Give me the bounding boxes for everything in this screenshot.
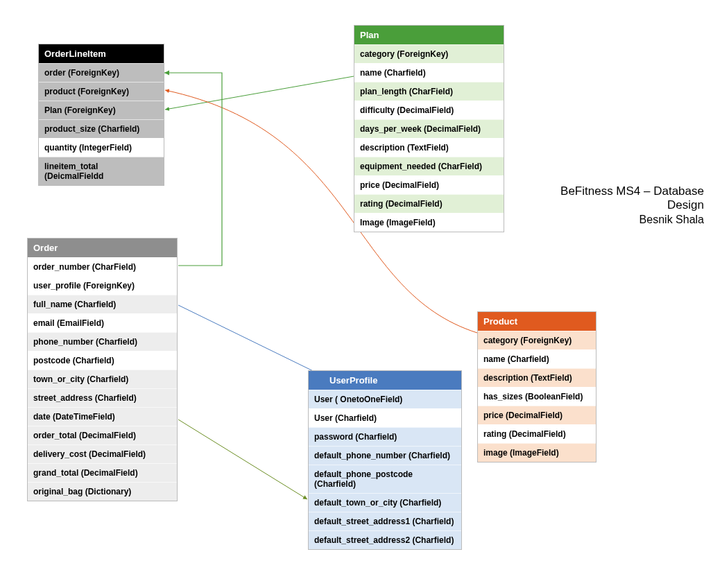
field-row: category (ForeignKey)	[478, 331, 596, 349]
line-order-to-userprofile	[178, 305, 333, 381]
field-row: price (DecimalField)	[478, 406, 596, 424]
field-row: name (Charfield)	[354, 63, 504, 82]
field-row: street_address (Charfield)	[28, 388, 177, 407]
entity-header: UserProfile	[309, 371, 461, 390]
field-row: postcode (Charfield)	[28, 351, 177, 370]
field-row: order_total (DecimalField)	[28, 426, 177, 444]
field-row: rating (DecimalField)	[478, 424, 596, 443]
field-row: phone_number (Charfield)	[28, 332, 177, 351]
field-row: price (DecimalField)	[354, 175, 504, 194]
field-row: plan_length (CharField)	[354, 82, 504, 101]
field-row: User (Charfield)	[309, 408, 461, 427]
field-row: order (ForeignKey)	[39, 63, 164, 82]
field-row: name (Charfield)	[478, 349, 596, 368]
title-line1: BeFitness MS4 – Database Design	[524, 184, 704, 212]
field-row: rating (DecimalField)	[354, 194, 504, 213]
field-row: lineitem_total (DeicmalFieldd	[39, 157, 164, 185]
field-row: town_or_city (Charfield)	[28, 370, 177, 388]
field-row: user_profile (ForeignKey)	[28, 276, 177, 295]
field-row: default_phone_postcode (Charfield)	[309, 465, 461, 493]
field-row: grand_total (DecimalField)	[28, 463, 177, 482]
entity-order: Order order_number (CharField)user_profi…	[27, 238, 178, 501]
field-row: equipment_needed (CharField)	[354, 157, 504, 175]
field-row: email (EmailField)	[28, 313, 177, 332]
line-plan-to-oli	[165, 76, 354, 110]
field-row: default_street_address2 (Charfield)	[309, 530, 461, 549]
entity-header: Plan	[354, 26, 504, 44]
entity-plan: Plan category (ForeignKey)name (Charfiel…	[354, 25, 504, 232]
field-row: default_phone_number (Charfield)	[309, 446, 461, 465]
field-row: delivery_cost (DecimalField)	[28, 444, 177, 463]
title-line2: Besnik Shala	[524, 214, 704, 226]
field-row: category (ForeignKey)	[354, 44, 504, 63]
field-row: full_name (Charfield)	[28, 295, 177, 313]
entity-product: Product category (ForeignKey)name (Charf…	[477, 311, 596, 462]
entity-header: OrderLineItem	[39, 44, 164, 63]
entity-header: Product	[478, 312, 596, 331]
field-row: User ( OnetoOneField)	[309, 390, 461, 408]
field-row: default_town_or_city (Charfield)	[309, 493, 461, 512]
field-row: description (TextField)	[354, 138, 504, 157]
field-row: default_street_address1 (Charfield)	[309, 512, 461, 530]
field-row: quantity (IntegerField)	[39, 138, 164, 157]
field-row: product (ForeignKey)	[39, 82, 164, 101]
field-row: Plan (ForeignKey)	[39, 101, 164, 119]
line-order-date-to-userprofile	[178, 420, 307, 499]
field-row: Image (ImageField)	[354, 213, 504, 232]
field-row: date (DateTimeField)	[28, 407, 177, 426]
field-row: has_sizes (BooleanField)	[478, 387, 596, 406]
field-row: password (Charfield)	[309, 427, 461, 446]
field-row: original_bag (Dictionary)	[28, 482, 177, 501]
field-row: days_per_week (DecimalField)	[354, 119, 504, 138]
field-row: image (ImageField)	[478, 443, 596, 462]
entity-userprofile: UserProfile User ( OnetoOneField)User (C…	[308, 370, 462, 550]
diagram-title: BeFitness MS4 – Database Design Besnik S…	[524, 184, 704, 226]
line-order-to-oli	[164, 73, 222, 266]
entity-header: Order	[28, 239, 177, 257]
field-row: description (TextField)	[478, 368, 596, 387]
field-row: difficulty (DecimalField)	[354, 101, 504, 119]
entity-orderlineitem: OrderLineItem order (ForeignKey)product …	[38, 44, 164, 186]
field-row: order_number (CharField)	[28, 257, 177, 276]
field-row: product_size (Charfield)	[39, 119, 164, 138]
